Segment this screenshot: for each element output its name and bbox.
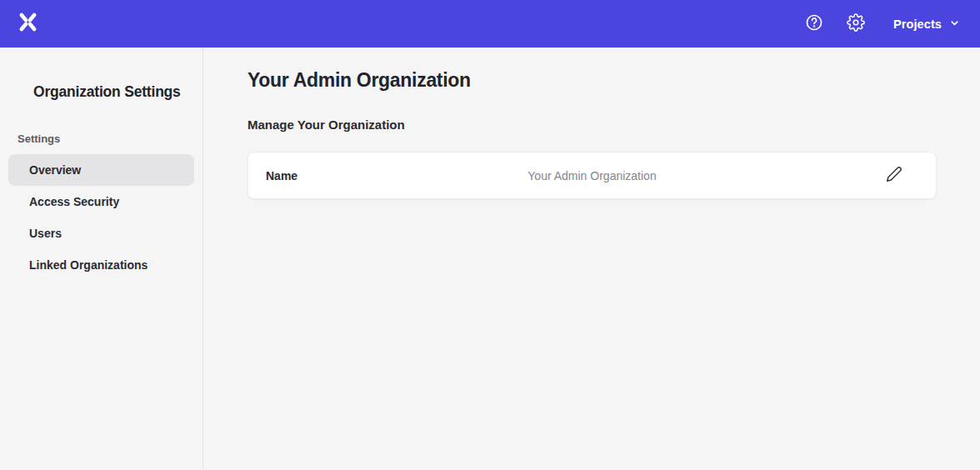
sidebar-item-label: Access Security (29, 195, 119, 208)
top-navbar: Projects (0, 0, 980, 48)
sidebar-item-linked-organizations[interactable]: Linked Organizations (8, 249, 194, 281)
gear-icon (847, 13, 865, 35)
sidebar: Organization Settings Settings Overview … (0, 48, 203, 470)
pencil-icon (886, 166, 902, 186)
x-logo-icon (17, 11, 39, 37)
help-circle-icon (805, 13, 823, 35)
help-button[interactable] (805, 15, 823, 33)
main-content: Your Admin Organization Manage Your Orga… (203, 48, 980, 470)
sidebar-section-label: Settings (18, 132, 202, 145)
edit-name-button[interactable] (885, 167, 903, 185)
app-logo[interactable] (17, 11, 39, 37)
sidebar-item-label: Users (29, 227, 62, 240)
sidebar-item-label: Linked Organizations (29, 258, 148, 272)
sidebar-nav: Overview Access Security Users Linked Or… (8, 154, 194, 281)
sidebar-item-label: Overview (29, 163, 81, 177)
name-field-label: Name (266, 169, 298, 182)
sidebar-item-access-security[interactable]: Access Security (8, 186, 194, 218)
name-field-value: Your Admin Organization (528, 169, 656, 182)
sidebar-item-overview[interactable]: Overview (8, 154, 194, 186)
sidebar-item-users[interactable]: Users (8, 218, 194, 249)
chevron-down-icon (949, 18, 960, 31)
navbar-actions: Projects (805, 15, 960, 33)
section-title: Manage Your Organization (248, 118, 937, 132)
sidebar-title: Organization Settings (33, 83, 202, 101)
page-layout: Organization Settings Settings Overview … (0, 48, 980, 470)
page-title: Your Admin Organization (248, 69, 937, 92)
settings-button[interactable] (847, 15, 865, 33)
projects-dropdown-label: Projects (893, 18, 942, 31)
name-field-row: Name Your Admin Organization (248, 152, 937, 199)
projects-dropdown[interactable]: Projects (893, 18, 960, 31)
